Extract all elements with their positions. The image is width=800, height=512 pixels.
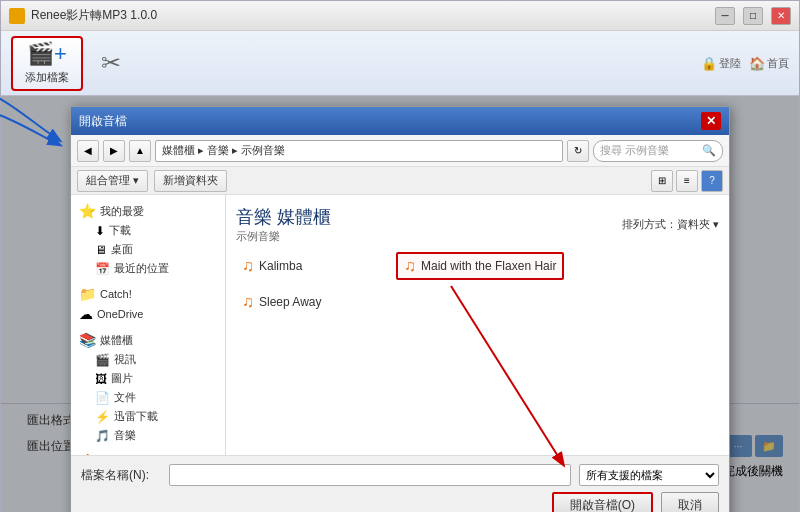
tree-item-desktop[interactable]: 🖥 桌面 bbox=[71, 240, 225, 259]
dialog-tree: ⭐ 我的最愛 ⬇ 下載 🖥 桌面 📅 最近的 bbox=[71, 195, 226, 455]
tree-item-pictures[interactable]: 🖼 圖片 bbox=[71, 369, 225, 388]
onedrive-label: OneDrive bbox=[97, 308, 143, 320]
open-btn-label: 開啟音檔(O) bbox=[570, 497, 635, 513]
filetype-select[interactable]: 所有支援的檔案 bbox=[579, 464, 719, 486]
files-grid: ♫ Kalimba ♫ Maid with the Flaxen Hair ♫ … bbox=[236, 252, 719, 445]
favorites-icon: ⭐ bbox=[79, 203, 96, 219]
organize-label: 組合管理 ▾ bbox=[86, 173, 139, 188]
dialog-cancel-button[interactable]: 取消 bbox=[661, 492, 719, 512]
view-options-button[interactable]: ⊞ bbox=[651, 170, 673, 192]
app-toolbar: 🎬+ 添加檔案 ✂ 🔒 登陸 🏠 首頁 bbox=[1, 31, 799, 96]
tree-item-documents[interactable]: 📄 文件 bbox=[71, 388, 225, 407]
files-header: 音樂 媒體櫃 示例音樂 排列方式：資料夾 ▾ bbox=[236, 205, 719, 244]
tree-group-catch[interactable]: 📁 Catch! bbox=[71, 284, 225, 304]
dialog-bottom: 檔案名稱(N): 所有支援的檔案 開啟音檔(O) 取消 bbox=[71, 455, 729, 512]
desktop-label: 桌面 bbox=[111, 242, 133, 257]
view-details-button[interactable]: ≡ bbox=[676, 170, 698, 192]
organize-button[interactable]: 組合管理 ▾ bbox=[77, 170, 148, 192]
dialog-content: ⭐ 我的最愛 ⬇ 下載 🖥 桌面 📅 最近的 bbox=[71, 195, 729, 455]
xunlei-label: 迅雷下載 bbox=[114, 409, 158, 424]
pictures-label: 圖片 bbox=[111, 371, 133, 386]
music-icon: 🎵 bbox=[95, 429, 110, 443]
dialog-breadcrumb: 媒體櫃 ▸ 音樂 ▸ 示例音樂 bbox=[162, 143, 285, 158]
dialog-search-box[interactable]: 搜尋 示例音樂 🔍 bbox=[593, 140, 723, 162]
dialog-path-bar: 媒體櫃 ▸ 音樂 ▸ 示例音樂 bbox=[155, 140, 563, 162]
dialog-toolbar-1: ◀ ▶ ▲ 媒體櫃 ▸ 音樂 ▸ 示例音樂 ↻ 搜尋 示例音樂 🔍 bbox=[71, 135, 729, 167]
dialog-overlay: 開啟音檔 ✕ ◀ ▶ ▲ 媒體櫃 ▸ 音樂 ▸ 示例音樂 ↻ 搜尋 示例音樂 🔍 bbox=[1, 96, 799, 512]
catch-icon: 📁 bbox=[79, 286, 96, 302]
documents-label: 文件 bbox=[114, 390, 136, 405]
add-file-icon: 🎬+ bbox=[27, 41, 67, 67]
favorites-label: 我的最愛 bbox=[100, 204, 144, 219]
cancel-btn-label: 取消 bbox=[678, 497, 702, 513]
file-name-kalimba: Kalimba bbox=[259, 259, 302, 273]
maximize-button[interactable]: □ bbox=[743, 7, 763, 25]
file-name-flaxen: Maid with the Flaxen Hair bbox=[421, 259, 556, 273]
login-label: 登陸 bbox=[719, 56, 741, 71]
close-button[interactable]: ✕ bbox=[771, 7, 791, 25]
search-placeholder: 搜尋 示例音樂 bbox=[600, 143, 669, 158]
tree-item-recent[interactable]: 📅 最近的位置 bbox=[71, 259, 225, 278]
tree-group-onedrive[interactable]: ☁ OneDrive bbox=[71, 304, 225, 324]
dialog-open-button[interactable]: 開啟音檔(O) bbox=[552, 492, 653, 512]
tree-group-favorites[interactable]: ⭐ 我的最愛 bbox=[71, 201, 225, 221]
onedrive-icon: ☁ bbox=[79, 306, 93, 322]
home-icon: 🏠 bbox=[749, 56, 765, 71]
downloads-label: 下載 bbox=[109, 223, 131, 238]
library-icon: 📚 bbox=[79, 332, 96, 348]
files-heading: 音樂 媒體櫃 bbox=[236, 205, 331, 229]
recent-icon: 📅 bbox=[95, 262, 110, 276]
tree-group-library[interactable]: 📚 媒體櫃 bbox=[71, 330, 225, 350]
catch-label: Catch! bbox=[100, 288, 132, 300]
recent-label: 最近的位置 bbox=[114, 261, 169, 276]
video-label: 視訊 bbox=[114, 352, 136, 367]
video-icon: 🎬 bbox=[95, 353, 110, 367]
add-file-label: 添加檔案 bbox=[25, 70, 69, 85]
minimize-button[interactable]: ─ bbox=[715, 7, 735, 25]
homegroup-icon: 🏠 bbox=[79, 453, 96, 455]
tree-item-video[interactable]: 🎬 視訊 bbox=[71, 350, 225, 369]
file-item-kalimba[interactable]: ♫ Kalimba bbox=[236, 252, 386, 280]
file-icon-kalimba: ♫ bbox=[242, 257, 254, 275]
file-icon-flaxen: ♫ bbox=[404, 257, 416, 275]
app-title: Renee影片轉MP3 1.0.0 bbox=[31, 7, 157, 24]
add-file-button[interactable]: 🎬+ 添加檔案 bbox=[11, 36, 83, 91]
documents-icon: 📄 bbox=[95, 391, 110, 405]
nav-back-button[interactable]: ◀ bbox=[77, 140, 99, 162]
open-file-dialog: 開啟音檔 ✕ ◀ ▶ ▲ 媒體櫃 ▸ 音樂 ▸ 示例音樂 ↻ 搜尋 示例音樂 🔍 bbox=[70, 106, 730, 512]
music-label: 音樂 bbox=[114, 428, 136, 443]
help-button[interactable]: ? bbox=[701, 170, 723, 192]
files-subheading: 示例音樂 bbox=[236, 229, 331, 244]
dialog-titlebar: 開啟音檔 ✕ bbox=[71, 107, 729, 135]
app-body: 匯出格式： 匯出位置： C:\Users\ree\Music\ ··· 📁 轉檔… bbox=[1, 96, 799, 512]
sort-label[interactable]: 排列方式：資料夾 ▾ bbox=[622, 217, 719, 232]
login-link[interactable]: 🔒 登陸 bbox=[701, 56, 741, 71]
tree-group-homegroup[interactable]: 🏠 家用群組 bbox=[71, 451, 225, 455]
title-bar: Renee影片轉MP3 1.0.0 ─ □ ✕ bbox=[1, 1, 799, 31]
file-item-flaxen[interactable]: ♫ Maid with the Flaxen Hair bbox=[396, 252, 564, 280]
downloads-icon: ⬇ bbox=[95, 224, 105, 238]
filename-row: 檔案名稱(N): 所有支援的檔案 bbox=[81, 464, 719, 486]
file-item-sleep[interactable]: ♫ Sleep Away bbox=[236, 290, 386, 314]
dialog-files-area: 音樂 媒體櫃 示例音樂 排列方式：資料夾 ▾ ♫ Kalimba ♫ bbox=[226, 195, 729, 455]
search-icon: 🔍 bbox=[702, 144, 716, 157]
file-name-sleep: Sleep Away bbox=[259, 295, 322, 309]
home-label: 首頁 bbox=[767, 56, 789, 71]
tree-item-music[interactable]: 🎵 音樂 bbox=[71, 426, 225, 445]
tree-item-downloads[interactable]: ⬇ 下載 bbox=[71, 221, 225, 240]
dialog-close-button[interactable]: ✕ bbox=[701, 112, 721, 130]
filename-label: 檔案名稱(N): bbox=[81, 467, 161, 484]
filename-input[interactable] bbox=[169, 464, 571, 486]
app-window: Renee影片轉MP3 1.0.0 ─ □ ✕ 🎬+ 添加檔案 ✂ 🔒 登陸 🏠… bbox=[0, 0, 800, 512]
home-link[interactable]: 🏠 首頁 bbox=[749, 56, 789, 71]
lock-icon: 🔒 bbox=[701, 56, 717, 71]
refresh-button[interactable]: ↻ bbox=[567, 140, 589, 162]
library-label: 媒體櫃 bbox=[100, 333, 133, 348]
nav-up-button[interactable]: ▲ bbox=[129, 140, 151, 162]
nav-forward-button[interactable]: ▶ bbox=[103, 140, 125, 162]
new-folder-label: 新增資料夾 bbox=[163, 173, 218, 188]
tree-item-xunlei[interactable]: ⚡ 迅雷下載 bbox=[71, 407, 225, 426]
dialog-title: 開啟音檔 bbox=[79, 113, 127, 130]
new-folder-button[interactable]: 新增資料夾 bbox=[154, 170, 227, 192]
dialog-toolbar-2: 組合管理 ▾ 新增資料夾 ⊞ ≡ ? bbox=[71, 167, 729, 195]
